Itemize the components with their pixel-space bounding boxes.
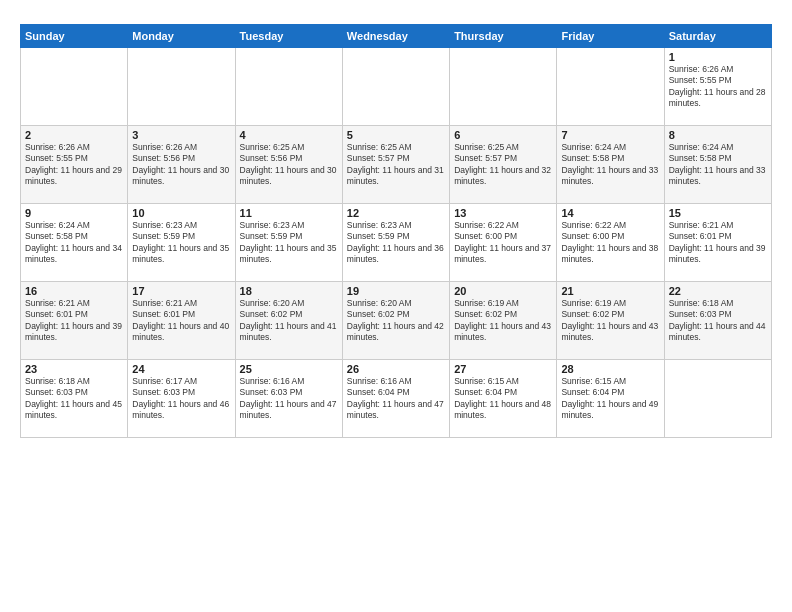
day-number: 23 xyxy=(25,363,123,375)
day-info: Sunrise: 6:24 AM Sunset: 5:58 PM Dayligh… xyxy=(25,220,123,266)
calendar-cell: 17Sunrise: 6:21 AM Sunset: 6:01 PM Dayli… xyxy=(128,282,235,360)
calendar-cell: 2Sunrise: 6:26 AM Sunset: 5:55 PM Daylig… xyxy=(21,126,128,204)
day-number: 5 xyxy=(347,129,445,141)
day-number: 24 xyxy=(132,363,230,375)
day-number: 1 xyxy=(669,51,767,63)
day-info: Sunrise: 6:24 AM Sunset: 5:58 PM Dayligh… xyxy=(669,142,767,188)
calendar-cell: 5Sunrise: 6:25 AM Sunset: 5:57 PM Daylig… xyxy=(342,126,449,204)
day-info: Sunrise: 6:21 AM Sunset: 6:01 PM Dayligh… xyxy=(25,298,123,344)
calendar-cell: 4Sunrise: 6:25 AM Sunset: 5:56 PM Daylig… xyxy=(235,126,342,204)
calendar-cell: 12Sunrise: 6:23 AM Sunset: 5:59 PM Dayli… xyxy=(342,204,449,282)
calendar-cell: 23Sunrise: 6:18 AM Sunset: 6:03 PM Dayli… xyxy=(21,360,128,438)
calendar-cell: 21Sunrise: 6:19 AM Sunset: 6:02 PM Dayli… xyxy=(557,282,664,360)
calendar-week-row: 9Sunrise: 6:24 AM Sunset: 5:58 PM Daylig… xyxy=(21,204,772,282)
day-number: 21 xyxy=(561,285,659,297)
day-info: Sunrise: 6:20 AM Sunset: 6:02 PM Dayligh… xyxy=(240,298,338,344)
day-info: Sunrise: 6:15 AM Sunset: 6:04 PM Dayligh… xyxy=(561,376,659,422)
day-info: Sunrise: 6:26 AM Sunset: 5:55 PM Dayligh… xyxy=(669,64,767,110)
day-info: Sunrise: 6:16 AM Sunset: 6:03 PM Dayligh… xyxy=(240,376,338,422)
day-number: 28 xyxy=(561,363,659,375)
calendar-cell: 15Sunrise: 6:21 AM Sunset: 6:01 PM Dayli… xyxy=(664,204,771,282)
day-info: Sunrise: 6:23 AM Sunset: 5:59 PM Dayligh… xyxy=(240,220,338,266)
day-info: Sunrise: 6:21 AM Sunset: 6:01 PM Dayligh… xyxy=(669,220,767,266)
calendar-cell xyxy=(557,48,664,126)
calendar-cell: 26Sunrise: 6:16 AM Sunset: 6:04 PM Dayli… xyxy=(342,360,449,438)
day-info: Sunrise: 6:19 AM Sunset: 6:02 PM Dayligh… xyxy=(561,298,659,344)
calendar-cell: 28Sunrise: 6:15 AM Sunset: 6:04 PM Dayli… xyxy=(557,360,664,438)
day-number: 11 xyxy=(240,207,338,219)
calendar-cell: 19Sunrise: 6:20 AM Sunset: 6:02 PM Dayli… xyxy=(342,282,449,360)
calendar-cell xyxy=(342,48,449,126)
calendar-table: SundayMondayTuesdayWednesdayThursdayFrid… xyxy=(20,24,772,438)
day-number: 26 xyxy=(347,363,445,375)
day-number: 6 xyxy=(454,129,552,141)
day-number: 8 xyxy=(669,129,767,141)
day-info: Sunrise: 6:25 AM Sunset: 5:57 PM Dayligh… xyxy=(454,142,552,188)
day-number: 22 xyxy=(669,285,767,297)
day-number: 13 xyxy=(454,207,552,219)
day-info: Sunrise: 6:18 AM Sunset: 6:03 PM Dayligh… xyxy=(25,376,123,422)
calendar-cell: 24Sunrise: 6:17 AM Sunset: 6:03 PM Dayli… xyxy=(128,360,235,438)
day-info: Sunrise: 6:25 AM Sunset: 5:57 PM Dayligh… xyxy=(347,142,445,188)
calendar-cell xyxy=(235,48,342,126)
calendar-day-header: Friday xyxy=(557,25,664,48)
day-info: Sunrise: 6:17 AM Sunset: 6:03 PM Dayligh… xyxy=(132,376,230,422)
day-number: 2 xyxy=(25,129,123,141)
calendar-day-header: Sunday xyxy=(21,25,128,48)
calendar-week-row: 23Sunrise: 6:18 AM Sunset: 6:03 PM Dayli… xyxy=(21,360,772,438)
calendar-cell: 25Sunrise: 6:16 AM Sunset: 6:03 PM Dayli… xyxy=(235,360,342,438)
day-number: 18 xyxy=(240,285,338,297)
day-info: Sunrise: 6:25 AM Sunset: 5:56 PM Dayligh… xyxy=(240,142,338,188)
calendar-cell: 7Sunrise: 6:24 AM Sunset: 5:58 PM Daylig… xyxy=(557,126,664,204)
day-info: Sunrise: 6:24 AM Sunset: 5:58 PM Dayligh… xyxy=(561,142,659,188)
calendar-day-header: Monday xyxy=(128,25,235,48)
page: General Blue SundayMondayTuesdayWednesda… xyxy=(0,0,792,612)
day-info: Sunrise: 6:26 AM Sunset: 5:55 PM Dayligh… xyxy=(25,142,123,188)
day-number: 17 xyxy=(132,285,230,297)
day-info: Sunrise: 6:19 AM Sunset: 6:02 PM Dayligh… xyxy=(454,298,552,344)
calendar-cell: 11Sunrise: 6:23 AM Sunset: 5:59 PM Dayli… xyxy=(235,204,342,282)
day-number: 12 xyxy=(347,207,445,219)
calendar-header-row: SundayMondayTuesdayWednesdayThursdayFrid… xyxy=(21,25,772,48)
calendar-cell: 9Sunrise: 6:24 AM Sunset: 5:58 PM Daylig… xyxy=(21,204,128,282)
calendar-cell: 6Sunrise: 6:25 AM Sunset: 5:57 PM Daylig… xyxy=(450,126,557,204)
calendar-cell: 22Sunrise: 6:18 AM Sunset: 6:03 PM Dayli… xyxy=(664,282,771,360)
day-number: 7 xyxy=(561,129,659,141)
day-info: Sunrise: 6:20 AM Sunset: 6:02 PM Dayligh… xyxy=(347,298,445,344)
day-number: 9 xyxy=(25,207,123,219)
day-info: Sunrise: 6:18 AM Sunset: 6:03 PM Dayligh… xyxy=(669,298,767,344)
calendar-cell xyxy=(128,48,235,126)
day-info: Sunrise: 6:23 AM Sunset: 5:59 PM Dayligh… xyxy=(132,220,230,266)
calendar-cell: 13Sunrise: 6:22 AM Sunset: 6:00 PM Dayli… xyxy=(450,204,557,282)
calendar-cell: 8Sunrise: 6:24 AM Sunset: 5:58 PM Daylig… xyxy=(664,126,771,204)
day-info: Sunrise: 6:21 AM Sunset: 6:01 PM Dayligh… xyxy=(132,298,230,344)
calendar-week-row: 1Sunrise: 6:26 AM Sunset: 5:55 PM Daylig… xyxy=(21,48,772,126)
calendar-cell xyxy=(664,360,771,438)
calendar-cell xyxy=(21,48,128,126)
calendar-day-header: Thursday xyxy=(450,25,557,48)
calendar-cell: 10Sunrise: 6:23 AM Sunset: 5:59 PM Dayli… xyxy=(128,204,235,282)
day-number: 27 xyxy=(454,363,552,375)
calendar-cell xyxy=(450,48,557,126)
calendar-day-header: Wednesday xyxy=(342,25,449,48)
day-info: Sunrise: 6:22 AM Sunset: 6:00 PM Dayligh… xyxy=(454,220,552,266)
day-number: 3 xyxy=(132,129,230,141)
day-number: 10 xyxy=(132,207,230,219)
calendar-day-header: Tuesday xyxy=(235,25,342,48)
day-number: 14 xyxy=(561,207,659,219)
day-info: Sunrise: 6:22 AM Sunset: 6:00 PM Dayligh… xyxy=(561,220,659,266)
day-number: 20 xyxy=(454,285,552,297)
day-info: Sunrise: 6:16 AM Sunset: 6:04 PM Dayligh… xyxy=(347,376,445,422)
calendar-cell: 18Sunrise: 6:20 AM Sunset: 6:02 PM Dayli… xyxy=(235,282,342,360)
day-number: 16 xyxy=(25,285,123,297)
calendar-cell: 1Sunrise: 6:26 AM Sunset: 5:55 PM Daylig… xyxy=(664,48,771,126)
day-number: 19 xyxy=(347,285,445,297)
calendar-cell: 14Sunrise: 6:22 AM Sunset: 6:00 PM Dayli… xyxy=(557,204,664,282)
day-number: 15 xyxy=(669,207,767,219)
calendar-cell: 20Sunrise: 6:19 AM Sunset: 6:02 PM Dayli… xyxy=(450,282,557,360)
calendar-week-row: 16Sunrise: 6:21 AM Sunset: 6:01 PM Dayli… xyxy=(21,282,772,360)
day-info: Sunrise: 6:23 AM Sunset: 5:59 PM Dayligh… xyxy=(347,220,445,266)
calendar-cell: 3Sunrise: 6:26 AM Sunset: 5:56 PM Daylig… xyxy=(128,126,235,204)
day-number: 25 xyxy=(240,363,338,375)
day-number: 4 xyxy=(240,129,338,141)
